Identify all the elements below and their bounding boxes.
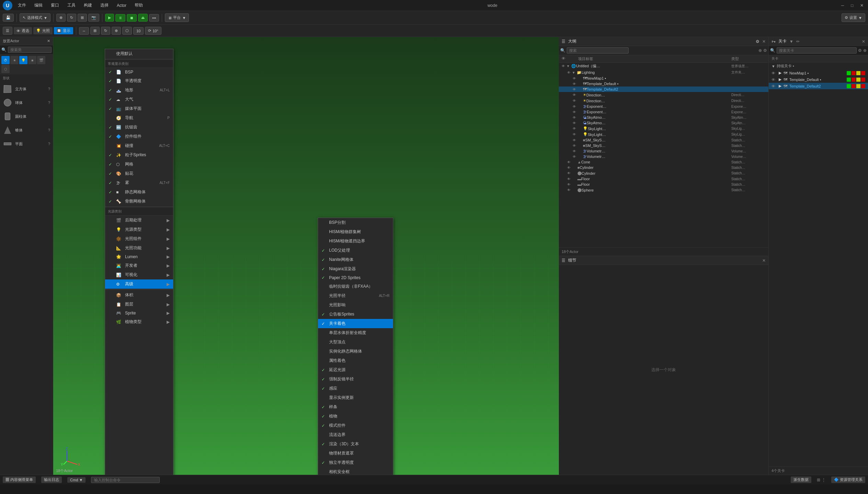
single-layer-water-item[interactable]: 单层水体折射全精度 <box>318 328 393 337</box>
ism-item[interactable]: 实例化静态网格体 <box>318 347 393 356</box>
force-reflect-item[interactable]: 强制反镜半径 <box>318 375 393 384</box>
more-icon[interactable]: ⋮ <box>822 478 826 482</box>
aa-item[interactable]: 🔤 抗锯齿 <box>105 123 173 132</box>
sensor-item[interactable]: 感应 <box>318 384 393 393</box>
tab-lights[interactable]: 💡 <box>19 56 27 64</box>
viewport-layout-button[interactable]: ⊞ <box>78 14 87 22</box>
phys-mat-mask-item[interactable]: 物理材质遮罩 <box>318 449 393 458</box>
grid-size-button[interactable]: 10 <box>133 27 144 35</box>
nanite-item[interactable]: Nanite网格体 <box>318 255 393 264</box>
bsp-item[interactable]: 📄 BSP <box>105 68 173 76</box>
light-component-item[interactable]: 🔆 光照组件 ▶ <box>105 234 173 243</box>
platform-button[interactable]: 🖥 平台 ▼ <box>165 13 189 22</box>
menu-edit[interactable]: 编辑 <box>32 2 45 9</box>
light-radius-item[interactable]: 光照半径 ALT+R <box>318 291 393 300</box>
perspective-button[interactable]: 👁 透选 <box>14 27 32 34</box>
deferred-light-item[interactable]: 延迟光源 <box>318 365 393 375</box>
media-plane-item[interactable]: 📺 媒体平面 <box>105 104 173 113</box>
save-button[interactable]: 💾 <box>3 14 14 22</box>
move-tool-button[interactable]: ↔ <box>79 27 89 35</box>
outliner-search-input[interactable] <box>567 47 629 54</box>
paper2d-item[interactable]: Paper 2D Sprites <box>318 274 393 282</box>
collision-item[interactable]: 💥 碰撞 ALT+C <box>105 141 173 150</box>
tab-visual[interactable]: 🎬 <box>37 56 45 64</box>
settings-icon-2[interactable]: ⚙ <box>763 48 767 53</box>
outliner-row-skyatmo2[interactable]: 👁 🌤 SkyAtmo… SkyAtn… <box>559 120 768 126</box>
derived-data-button[interactable]: 派生数据 <box>791 476 811 483</box>
skeletal-mesh-item[interactable]: 🦴 骨骼网格体 <box>105 197 173 206</box>
keycard-settings-icon[interactable]: ⚙ <box>858 48 862 53</box>
use-default-item[interactable]: 使用默认 <box>105 49 173 58</box>
toolbar2-menu-button[interactable]: ☰ <box>3 27 12 35</box>
foliage-type-item[interactable]: 🌿 植物类型 ▶ <box>105 317 173 326</box>
sprite-item[interactable]: 🎮 Sprite ▶ <box>105 309 173 317</box>
lumen-item[interactable]: 🌟 Lumen ▶ <box>105 253 173 261</box>
menu-tools[interactable]: 工具 <box>65 2 78 9</box>
asset-manager-button[interactable]: 🔷 资源管理关系 <box>831 476 865 483</box>
keycard-dropdown-icon[interactable]: ▼ <box>789 39 793 44</box>
taa-item[interactable]: 临时抗锯齿（非FXAA） <box>318 282 393 291</box>
settings-button[interactable]: ⚙ 设置 ▼ <box>842 13 865 22</box>
navigation-item[interactable]: 🧭 导航 P <box>105 113 173 123</box>
outliner-row-cone[interactable]: 👁 ▲ Cone Statich… <box>559 159 768 165</box>
outliner-row-template-default2[interactable]: 👁 🗺 Template_Default2 <box>559 87 768 92</box>
surface-button[interactable]: ⬡ <box>122 27 132 35</box>
play-button[interactable]: ▶ <box>105 14 114 22</box>
actor-cone-help[interactable]: ? <box>48 128 50 132</box>
atmosphere-item[interactable]: ☁ 大气 <box>105 95 173 104</box>
outliner-row-lighting[interactable]: 👁 ▼ 📁 Lighting 文件夹… <box>559 69 768 76</box>
create-icon[interactable]: ⊕ <box>758 48 762 53</box>
actor-cylinder-help[interactable]: ? <box>48 114 50 118</box>
niagara-item[interactable]: Niagara渲染器 <box>318 264 393 274</box>
outliner-close[interactable]: ✕ <box>762 39 766 44</box>
outliner-row-cylinder[interactable]: 👁 ⬤ Cylinder Statich… <box>559 170 768 176</box>
menu-window[interactable]: 窗口 <box>48 2 62 9</box>
mesh-item[interactable]: ⬡ 网格 <box>105 160 173 169</box>
instance-update-item[interactable]: 显示实例更新 <box>318 393 393 402</box>
rotate-button[interactable]: ↻ <box>67 14 76 22</box>
separate-translucency-item[interactable]: 独立半透明度 <box>318 458 393 467</box>
close-button[interactable]: ✕ <box>858 2 865 9</box>
eject-button[interactable]: ⏏ <box>138 14 148 22</box>
stop-button[interactable]: ⏹ <box>127 14 137 22</box>
outliner-row-skyatmo1[interactable]: 👁 🌤 SkyAtmo… SkyAtm… <box>559 115 768 120</box>
actor-plane[interactable]: 平面 ? <box>0 137 53 151</box>
tab-geo[interactable]: ⬡ <box>1 65 10 73</box>
actor-cube[interactable]: 立方体 ? <box>0 82 53 96</box>
render-3d-text-item[interactable]: 渲染（3D）文本 <box>318 439 393 449</box>
outliner-row-cube[interactable]: 👁 ■ Cylinder Statich… <box>559 165 768 170</box>
keycard-edit-icon[interactable]: ✏ <box>796 39 800 44</box>
post-process-item[interactable]: 🎬 后期处理 ▶ <box>105 216 173 225</box>
transparency-item[interactable]: 📄 半透明度 <box>105 76 173 85</box>
tab-recent[interactable]: ⏱ <box>1 56 10 64</box>
keycard-template-default2[interactable]: 👁 ▶ 🗺 Template_Default2 <box>769 83 868 89</box>
hism-occlusion-item[interactable]: HISM/植物遮挡边界 <box>318 237 393 246</box>
outliner-row-skylight1[interactable]: 👁 💡 SkyLight… SkyLig… <box>559 126 768 131</box>
tab-basic[interactable]: ★ <box>10 56 19 64</box>
lod-parent-item[interactable]: LOD父处理 <box>318 246 393 255</box>
content-drawer-button[interactable]: ☰ 内容侧滑菜单 <box>3 476 36 483</box>
angle-button[interactable]: ⟳ 10° <box>145 27 161 35</box>
outliner-row-exponent1[interactable]: 👁 🌫 Exponent… Expone… <box>559 104 768 109</box>
outliner-row-sphere[interactable]: 👁 ⬤ Sphere Statich… <box>559 187 768 193</box>
spline-item[interactable]: 样条 <box>318 402 393 412</box>
actor-sphere-help[interactable]: ? <box>48 101 50 105</box>
menu-help[interactable]: 帮助 <box>132 2 146 9</box>
menu-select[interactable]: 选择 <box>98 2 111 9</box>
maximize-button[interactable]: □ <box>849 2 856 9</box>
large-vertex-item[interactable]: 大型顶点 <box>318 337 393 347</box>
outliner-row-newmap1[interactable]: 👁 🗺 NewMap1 • <box>559 76 768 81</box>
keycard-newmap1[interactable]: 👁 ▶ 🗺 NewMap1 • <box>769 70 868 76</box>
minimize-button[interactable]: ─ <box>839 2 846 9</box>
static-mesh-item[interactable]: ■ 静态网格体 <box>105 187 173 197</box>
outliner-row-smskys1[interactable]: 👁 ■ SM_SkyS… Statich… <box>559 137 768 143</box>
place-actor-close[interactable]: ✕ <box>47 39 50 43</box>
light-func-item[interactable]: 📐 光照功能 ▶ <box>105 243 173 253</box>
cmd-button[interactable]: Cmd ▼ <box>67 477 86 483</box>
developer-item[interactable]: 👨‍💻 开发者 ▶ <box>105 261 173 270</box>
select-mode-button[interactable]: ↖ 选择模式 ▼ <box>20 13 50 22</box>
billboard-item[interactable]: 公告板Sprites <box>318 310 393 319</box>
property-coloring-item[interactable]: 属性着色 <box>318 356 393 365</box>
more-button[interactable]: ••• <box>149 14 159 22</box>
foliage-item[interactable]: 植物 <box>318 412 393 421</box>
